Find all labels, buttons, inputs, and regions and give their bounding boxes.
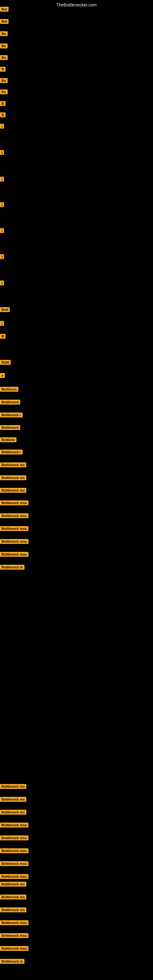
list-item: | [0, 124, 4, 129]
list-item: | [0, 321, 4, 326]
bottleneck-badge[interactable]: Bottleneck resu [0, 946, 29, 951]
list-item: Bottleneck res [0, 797, 26, 802]
bottleneck-badge[interactable]: Bottlene [0, 438, 16, 442]
bottleneck-badge[interactable]: Bottleneck resu [0, 848, 29, 853]
bottleneck-badge[interactable]: Bottleneck resu [0, 933, 29, 938]
bottleneck-badge[interactable]: B [0, 334, 5, 339]
bottleneck-badge[interactable]: Bottl [0, 360, 11, 365]
list-item: B [0, 67, 5, 72]
list-item: Bottleneck resu [0, 861, 29, 866]
bottleneck-badge[interactable]: Bottleneck resu [0, 513, 29, 518]
bottleneck-badge[interactable]: Bottleneck resu [0, 835, 29, 840]
bottleneck-badge[interactable]: | [0, 321, 4, 326]
list-item: Bot [0, 19, 9, 24]
list-item: Bottleneck resu [0, 539, 29, 544]
bottleneck-badge[interactable]: B [0, 112, 5, 117]
bottleneck-badge[interactable]: e [0, 373, 5, 378]
list-item: Bottleneck resu [0, 500, 29, 505]
list-item: Bottleneck res [0, 894, 26, 899]
list-item: Bottl [0, 360, 11, 365]
bottleneck-badge[interactable]: Bo [0, 55, 8, 60]
list-item: Bottlene [0, 438, 16, 442]
list-item: | [0, 280, 4, 285]
bottleneck-badge[interactable]: Bottleneck res [0, 882, 26, 886]
bottleneck-badge[interactable]: Bottleneck [0, 425, 20, 430]
list-item: Bottleneck r [0, 412, 22, 417]
list-item: Bottleneck res [0, 488, 26, 493]
bottleneck-badge[interactable]: Bottleneck r [0, 450, 22, 455]
bottleneck-badge[interactable]: Bo [0, 31, 8, 36]
list-item: | [0, 150, 4, 155]
list-item: Bottleneck res [0, 463, 26, 467]
bottleneck-badge[interactable]: Bottleneck re [0, 565, 24, 570]
list-item: Bottleneck re [0, 959, 24, 964]
bottleneck-badge[interactable]: Bottlenec [0, 387, 18, 392]
bottleneck-badge[interactable]: Bottleneck res [0, 463, 26, 467]
list-item: B [0, 101, 5, 106]
list-item: Bottleneck resu [0, 513, 29, 518]
list-item: Bottleneck re [0, 565, 24, 570]
bottleneck-badge[interactable]: Bottleneck resu [0, 500, 29, 505]
list-item: | [0, 228, 4, 233]
bottleneck-badge[interactable]: | [0, 254, 4, 259]
bottleneck-badge[interactable]: | [0, 228, 4, 233]
list-item: Bottleneck resu [0, 835, 29, 840]
list-item: Bottleneck r [0, 450, 22, 455]
bottleneck-badge[interactable]: Bottleneck resu [0, 552, 29, 557]
bottleneck-badge[interactable]: Bott [0, 307, 10, 312]
list-item: Bo [0, 43, 8, 48]
list-item: Bottleneck res [0, 907, 26, 912]
bottleneck-badge[interactable]: Bottleneck r [0, 412, 22, 417]
list-item: | [0, 202, 4, 207]
bottleneck-badge[interactable]: Bottleneck re [0, 959, 24, 964]
list-item: Bottleneck res [0, 810, 26, 815]
bottleneck-badge[interactable]: Bottleneck resu [0, 874, 29, 879]
list-item: | [0, 177, 4, 181]
list-item: Bottleneck resu [0, 933, 29, 938]
list-item: Bottleneck res [0, 882, 26, 886]
list-item: Bo [0, 89, 8, 94]
bottleneck-badge[interactable]: B [0, 101, 5, 106]
list-item: Bottleneck [0, 400, 20, 404]
bottleneck-badge[interactable]: | [0, 177, 4, 181]
bottleneck-badge[interactable]: | [0, 124, 4, 129]
list-item: Bottleneck resu [0, 822, 29, 827]
list-item: Bo [0, 31, 8, 36]
list-item: Bo [0, 55, 8, 60]
bottleneck-badge[interactable]: Bottleneck res [0, 894, 26, 899]
list-item: Bottleneck resu [0, 874, 29, 879]
bottleneck-badge[interactable]: Bottleneck res [0, 784, 26, 789]
bottleneck-badge[interactable]: Bottleneck resu [0, 920, 29, 925]
bottleneck-badge[interactable]: Bo [0, 89, 8, 94]
bottleneck-badge[interactable]: Bot [0, 7, 9, 12]
list-item: Bott [0, 307, 10, 312]
bottleneck-badge[interactable]: Bottleneck resu [0, 539, 29, 544]
bottleneck-badge[interactable]: | [0, 150, 4, 155]
bottleneck-badge[interactable]: Bo [0, 78, 8, 83]
bottleneck-badge[interactable]: Bottleneck [0, 400, 20, 404]
site-title: TheBottlenecker.com [0, 0, 153, 10]
list-item: Bottlenec [0, 387, 18, 392]
list-item: Bottleneck res [0, 784, 26, 789]
list-item: | [0, 254, 4, 259]
bottleneck-badge[interactable]: Bottleneck resu [0, 822, 29, 827]
bottleneck-badge[interactable]: B [0, 67, 5, 72]
list-item: B [0, 334, 5, 339]
bottleneck-badge[interactable]: Bottleneck res [0, 907, 26, 912]
bottleneck-badge[interactable]: Bot [0, 19, 9, 24]
list-item: Bottleneck [0, 425, 20, 430]
bottleneck-badge[interactable]: | [0, 202, 4, 207]
list-item: Bottleneck resu [0, 848, 29, 853]
bottleneck-badge[interactable]: Bottleneck res [0, 488, 26, 493]
list-item: Bottleneck resu [0, 526, 29, 531]
list-item: Bottleneck resu [0, 920, 29, 925]
bottleneck-badge[interactable]: Bo [0, 43, 8, 48]
bottleneck-badge[interactable]: Bottleneck res [0, 810, 26, 815]
list-item: Bottleneck res [0, 475, 26, 480]
bottleneck-badge[interactable]: Bottleneck res [0, 475, 26, 480]
bottleneck-badge[interactable]: | [0, 280, 4, 285]
bottleneck-badge[interactable]: Bottleneck res [0, 797, 26, 802]
list-item: B [0, 112, 5, 117]
bottleneck-badge[interactable]: Bottleneck resu [0, 526, 29, 531]
bottleneck-badge[interactable]: Bottleneck resu [0, 861, 29, 866]
